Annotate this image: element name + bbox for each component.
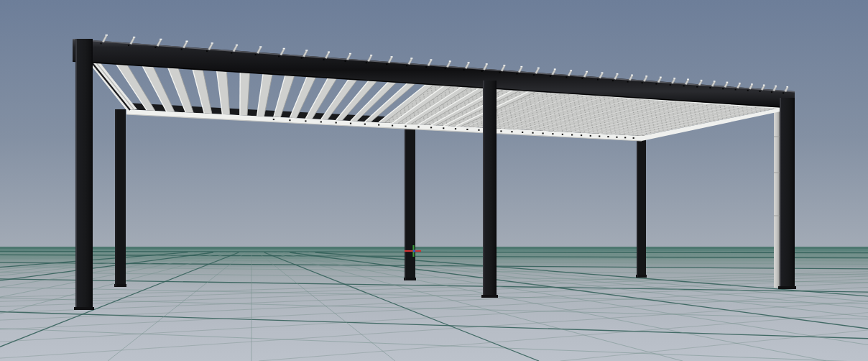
front-post (75, 39, 93, 309)
front-post (483, 81, 497, 297)
viewport-3d[interactable] (0, 0, 868, 361)
front-post (780, 98, 795, 288)
model-viewport (0, 0, 868, 361)
rear-post (637, 134, 646, 277)
horizon-line (0, 247, 868, 249)
axis-z-blue (413, 250, 415, 252)
rear-post (115, 109, 126, 286)
downpipe (774, 109, 780, 288)
downpipe (774, 109, 780, 288)
